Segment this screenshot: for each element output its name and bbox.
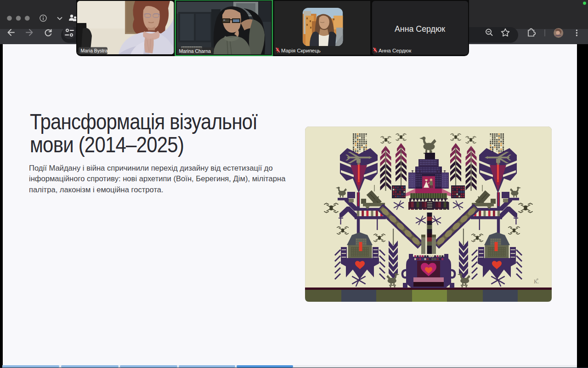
svg-text:Анна Сердюк: Анна Сердюк — [379, 48, 412, 53]
svg-text:Марія Скрипець: Марія Скрипець — [281, 48, 321, 53]
svg-text:Marina Charna: Marina Charna — [179, 48, 211, 54]
svg-text:Maria Bystra: Maria Bystra — [81, 48, 108, 53]
svg-text:Анна Сердюк: Анна Сердюк — [395, 24, 445, 34]
